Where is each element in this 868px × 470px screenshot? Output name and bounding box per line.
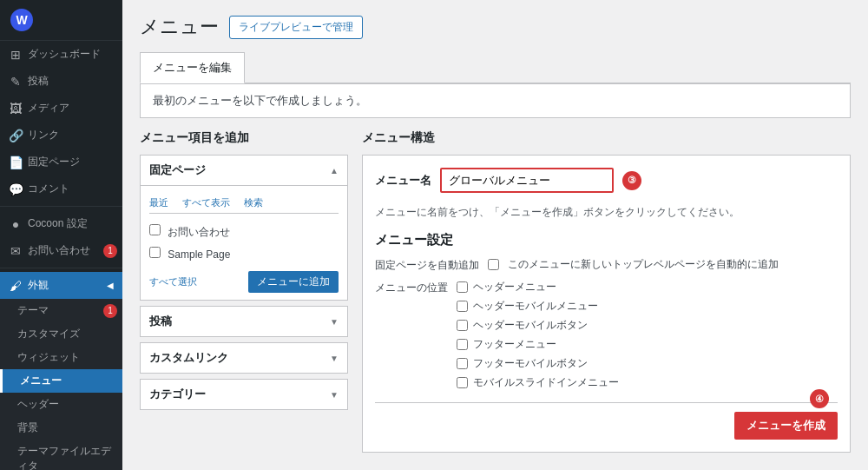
position-footer-mobile-btn: フッターモバイルボタン <box>457 356 619 371</box>
sidebar-item-pages[interactable]: 📄 固定ページ <box>0 149 122 175</box>
tab-bar: メニューを編集 <box>140 52 851 83</box>
auto-add-checkbox[interactable] <box>488 259 499 270</box>
accordion-actions: すべて選択 メニューに追加 <box>149 271 339 293</box>
checkbox-header-mobile-btn[interactable] <box>457 320 468 331</box>
checkbox-footer-menu[interactable] <box>457 339 468 350</box>
accordion-arrow-down: ▼ <box>330 390 339 400</box>
position-mobile-slide-menu: モバイルスライドインメニュー <box>457 375 619 390</box>
tab-edit[interactable]: メニューを編集 <box>140 52 245 83</box>
sidebar-sub-themes[interactable]: テーマ 1 <box>0 299 122 322</box>
sidebar-item-appearance[interactable]: 🖌 外観 ◀ <box>0 272 122 299</box>
accordion-label: 投稿 <box>149 314 172 329</box>
accordion-header-custom-link[interactable]: カスタムリンク ▼ <box>141 343 347 373</box>
sidebar: W ⊞ ダッシュボード ✎ 投稿 🖼 メディア 🔗 リンク 📄 固定ページ 💬 … <box>0 0 122 470</box>
sidebar-logo: W <box>0 0 122 41</box>
position-name: ヘッダーメニュー <box>473 280 556 295</box>
sidebar-item-comments[interactable]: 💬 コメント <box>0 175 122 202</box>
customize-label: カスタマイズ <box>17 327 80 341</box>
checkbox-footer-mobile-btn[interactable] <box>457 358 468 369</box>
wp-logo-icon: W <box>10 9 33 31</box>
sidebar-item-dashboard[interactable]: ⊞ ダッシュボード <box>0 41 122 68</box>
create-menu-button[interactable]: メニューを作成 <box>734 412 838 440</box>
themes-badge: 1 <box>103 304 117 318</box>
checkbox-header-menu[interactable] <box>457 281 468 293</box>
sidebar-sub-header[interactable]: ヘッダー <box>0 393 122 416</box>
page-title: メニュー <box>140 14 219 40</box>
accordion-arrow-down: ▼ <box>330 354 339 363</box>
checkbox-mobile-slide-menu[interactable] <box>457 377 468 388</box>
live-preview-button[interactable]: ライブプレビューで管理 <box>229 16 363 39</box>
sidebar-sub-widgets[interactable]: ウィジェット <box>0 346 122 369</box>
main-content: メニュー ライブプレビューで管理 メニューを編集 最初のメニューを以下で作成しま… <box>122 0 868 470</box>
menu-instruction: メニューに名前をつけ、「メニューを作成」ボタンをクリックしてください。 <box>375 205 838 220</box>
menu-name-row: メニュー名 ③ <box>375 168 838 193</box>
contact-icon: ✉ <box>9 244 23 258</box>
list-item-contact: お問い合わせ <box>149 221 339 243</box>
sidebar-item-cocoon[interactable]: ● Cocoon 設定 <box>0 210 122 237</box>
media-icon: 🖼 <box>9 102 23 116</box>
list-item-sample: Sample Page <box>149 243 339 264</box>
left-panel-title: メニュー項目を追加 <box>140 130 348 146</box>
checkbox-sample[interactable] <box>149 247 161 258</box>
sidebar-sub-customize[interactable]: カスタマイズ <box>0 322 122 346</box>
auto-add-label: 固定ページを自動追加 <box>375 257 479 273</box>
accordion-arrow-up: ▲ <box>330 166 339 175</box>
info-bar: 最初のメニューを以下で作成しましょう。 <box>140 83 851 118</box>
sidebar-item-label: メディア <box>28 101 69 116</box>
tab-search[interactable]: 検索 <box>237 193 270 213</box>
comments-icon: 💬 <box>9 182 23 196</box>
page-header: メニュー ライブプレビューで管理 <box>140 14 851 40</box>
header-label: ヘッダー <box>17 397 59 412</box>
theme-editor-label: テーマファイルエディタ <box>17 444 114 470</box>
position-header-mobile-menu: ヘッダーモバイルメニュー <box>457 299 619 314</box>
appearance-arrow: ◀ <box>107 281 114 290</box>
cocoon-icon: ● <box>9 217 23 231</box>
sidebar-item-posts[interactable]: ✎ 投稿 <box>0 68 122 95</box>
sidebar-item-label: 固定ページ <box>28 155 80 169</box>
page-name-sample: Sample Page <box>168 248 230 261</box>
sidebar-item-contact[interactable]: ✉ お問い合わせ 1 <box>0 237 122 264</box>
menu-box: メニュー名 ③ メニューに名前をつけ、「メニューを作成」ボタンをクリックしてくだ… <box>362 155 851 453</box>
two-column-layout: メニュー項目を追加 固定ページ ▲ 最近 すべて表示 検索 <box>140 130 851 453</box>
sidebar-item-label: Cocoon 設定 <box>28 216 88 231</box>
step-3-badge: ③ <box>622 171 641 190</box>
pages-icon: 📄 <box>9 156 23 169</box>
menu-name-input[interactable] <box>440 168 614 193</box>
checkbox-header-mobile-menu[interactable] <box>457 301 468 312</box>
sidebar-item-links[interactable]: 🔗 リンク <box>0 122 122 149</box>
page-name-contact: お問い合わせ <box>168 226 230 238</box>
position-name: フッターメニュー <box>473 337 556 352</box>
accordion-arrow-down: ▼ <box>330 317 339 327</box>
contact-badge: 1 <box>103 244 117 258</box>
sidebar-item-media[interactable]: 🖼 メディア <box>0 95 122 122</box>
sidebar-item-label: ダッシュボード <box>28 47 101 62</box>
widgets-label: ウィジェット <box>17 350 80 365</box>
accordion-header-posts[interactable]: 投稿 ▼ <box>141 307 347 336</box>
accordion-custom-link: カスタムリンク ▼ <box>140 342 348 374</box>
menu-structure-panel: メニュー構造 メニュー名 ③ メニューに名前をつけ、「メニューを作成」ボタンをク… <box>362 130 851 453</box>
sidebar-item-label: リンク <box>28 128 59 142</box>
accordion-label: カテゴリー <box>149 387 206 402</box>
accordion-header-fixed-pages[interactable]: 固定ページ ▲ <box>141 156 347 185</box>
sidebar-sub-background[interactable]: 背景 <box>0 416 122 440</box>
accordion-posts: 投稿 ▼ <box>140 306 348 337</box>
checkbox-contact[interactable] <box>149 224 161 235</box>
tab-recent[interactable]: 最近 <box>149 193 175 213</box>
sidebar-sub-theme-editor[interactable]: テーマファイルエディタ <box>0 440 122 470</box>
position-name: ヘッダーモバイルメニュー <box>473 299 598 314</box>
links-icon: 🔗 <box>9 129 23 142</box>
sidebar-item-label: 外観 <box>28 278 49 293</box>
accordion-body-fixed-pages: 最近 すべて表示 検索 お問い合わせ Sample Page <box>141 185 347 300</box>
select-all-link[interactable]: すべて選択 <box>149 275 197 288</box>
sidebar-item-label: お問い合わせ <box>28 243 90 258</box>
accordion-label: カスタムリンク <box>149 350 228 366</box>
tab-all[interactable]: すべて表示 <box>175 193 237 213</box>
sidebar-sub-menus[interactable]: メニュー <box>0 369 122 393</box>
position-name: モバイルスライドインメニュー <box>473 375 619 390</box>
menus-label: メニュー <box>20 374 62 388</box>
themes-label: テーマ <box>17 303 49 318</box>
add-to-menu-button[interactable]: メニューに追加 <box>248 271 339 293</box>
appearance-icon: 🖌 <box>9 279 23 293</box>
accordion-header-categories[interactable]: カテゴリー ▼ <box>141 380 347 409</box>
settings-title: メニュー設定 <box>375 232 838 248</box>
